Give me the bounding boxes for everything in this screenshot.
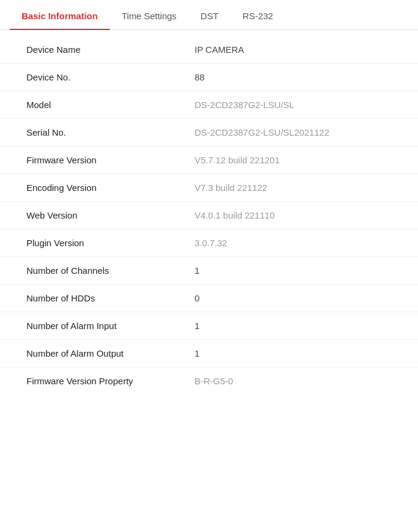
info-row: Device No.88 (0, 64, 418, 91)
tab-time[interactable]: Time Settings (110, 0, 189, 29)
field-value: DS-2CD2387G2-LSU/SL (195, 100, 392, 110)
field-value: 0 (195, 293, 392, 303)
field-value: V7.3 build 221122 (195, 183, 392, 193)
info-row: Number of Channels1 (0, 257, 418, 285)
field-label: Device No. (26, 72, 195, 82)
field-label: Number of Alarm Output (26, 348, 195, 358)
tab-bar: Basic InformationTime SettingsDSTRS-232 (0, 0, 418, 30)
info-row: Firmware Version PropertyB-R-G5-0 (0, 367, 418, 394)
info-row: Firmware VersionV5.7.12 build 221201 (0, 147, 418, 174)
info-row: Device NameIP CAMERA (0, 36, 418, 64)
field-value: 1 (195, 348, 392, 358)
field-label: Encoding Version (26, 183, 195, 193)
info-row: Encoding VersionV7.3 build 221122 (0, 174, 418, 202)
field-value: B-R-G5-0 (195, 376, 392, 386)
info-row: Web VersionV4.0.1 build 221110 (0, 202, 418, 229)
field-value: 3.0.7.32 (195, 238, 392, 248)
info-row: Serial No.DS-2CD2387G2-LSU/SL2021122 (0, 119, 418, 147)
field-value: DS-2CD2387G2-LSU/SL2021122 (195, 127, 392, 138)
field-label: Device Name (26, 44, 195, 55)
info-row: Number of HDDs0 (0, 285, 418, 312)
field-label: Model (26, 100, 195, 110)
info-row: Number of Alarm Input1 (0, 312, 418, 340)
tab-dst[interactable]: DST (189, 0, 231, 29)
content: Device NameIP CAMERADevice No.88ModelDS-… (0, 30, 418, 401)
tab-basic[interactable]: Basic Information (10, 0, 110, 29)
info-row: Plugin Version3.0.7.32 (0, 229, 418, 257)
field-value: 1 (195, 321, 392, 331)
field-label: Number of Channels (26, 265, 195, 276)
field-value: 1 (195, 265, 392, 276)
field-label: Web Version (26, 210, 195, 220)
field-value: 88 (195, 72, 392, 82)
field-value: V4.0.1 build 221110 (195, 210, 392, 220)
field-value: V5.7.12 build 221201 (195, 155, 392, 165)
field-label: Firmware Version Property (26, 376, 195, 386)
field-label: Plugin Version (26, 238, 195, 248)
field-label: Firmware Version (26, 155, 195, 165)
field-label: Serial No. (26, 127, 195, 138)
tab-rs232[interactable]: RS-232 (231, 0, 285, 29)
field-value: IP CAMERA (195, 44, 392, 55)
field-label: Number of HDDs (26, 293, 195, 303)
info-row: ModelDS-2CD2387G2-LSU/SL (0, 91, 418, 119)
info-row: Number of Alarm Output1 (0, 340, 418, 367)
field-label: Number of Alarm Input (26, 321, 195, 331)
